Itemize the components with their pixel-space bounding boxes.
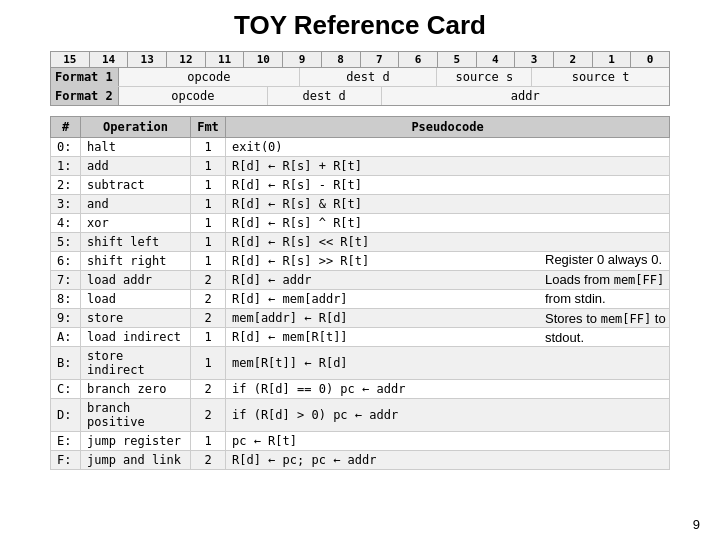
cell-format: 2	[191, 290, 226, 309]
cell-operation: shift left	[81, 233, 191, 252]
cell-operation: store	[81, 309, 191, 328]
format-1-dest: dest d	[300, 68, 438, 86]
cell-pseudocode: R[d] ← R[s] - R[t]	[226, 176, 670, 195]
cell-hash: 6:	[51, 252, 81, 271]
bit-label-0: 0	[631, 52, 669, 67]
bit-label-11: 11	[206, 52, 245, 67]
side-note-mem2: mem[FF]	[601, 312, 652, 326]
side-note-mem1: mem[FF]	[614, 273, 665, 287]
bit-label-13: 13	[128, 52, 167, 67]
cell-format: 1	[191, 176, 226, 195]
format-1-opcode: opcode	[119, 68, 300, 86]
table-header-row: # Operation Fmt Pseudocode	[51, 117, 670, 138]
cell-hash: B:	[51, 347, 81, 380]
cell-format: 2	[191, 399, 226, 432]
col-header-operation: Operation	[81, 117, 191, 138]
side-note-line1: Register 0 always 0.	[545, 252, 662, 267]
cell-pseudocode: mem[R[t]] ← R[d]	[226, 347, 670, 380]
cell-pseudocode: R[d] ← R[s] << R[t]	[226, 233, 670, 252]
format-1-row: Format 1 opcode dest d source s source t	[51, 68, 669, 87]
cell-pseudocode: R[d] ← R[s] + R[t]	[226, 157, 670, 176]
table-row: 2:subtract1R[d] ← R[s] - R[t]	[51, 176, 670, 195]
side-note-line4: Stores to	[545, 311, 597, 326]
format-section: 1514131211109876543210 Format 1 opcode d…	[50, 51, 670, 106]
cell-hash: 4:	[51, 214, 81, 233]
cell-operation: load	[81, 290, 191, 309]
bit-label-1: 1	[593, 52, 632, 67]
cell-format: 1	[191, 157, 226, 176]
table-row: C:branch zero2if (R[d] == 0) pc ← addr	[51, 380, 670, 399]
format-1-sources: source s	[437, 68, 532, 86]
format-1-fields: opcode dest d source s source t	[119, 68, 669, 86]
table-row: E:jump register1pc ← R[t]	[51, 432, 670, 451]
side-note: Register 0 always 0. Loads from mem[FF] …	[545, 250, 700, 348]
cell-pseudocode: if (R[d] == 0) pc ← addr	[226, 380, 670, 399]
cell-operation: subtract	[81, 176, 191, 195]
table-row: 0:halt1exit(0)	[51, 138, 670, 157]
cell-operation: jump register	[81, 432, 191, 451]
bit-label-3: 3	[515, 52, 554, 67]
cell-format: 1	[191, 432, 226, 451]
cell-format: 2	[191, 271, 226, 290]
cell-operation: load indirect	[81, 328, 191, 347]
cell-pseudocode: pc ← R[t]	[226, 432, 670, 451]
cell-operation: load addr	[81, 271, 191, 290]
table-row: 3:and1R[d] ← R[s] & R[t]	[51, 195, 670, 214]
cell-operation: branch positive	[81, 399, 191, 432]
format-rows: Format 1 opcode dest d source s source t…	[50, 68, 670, 106]
format-2-addr: addr	[382, 87, 669, 105]
cell-operation: jump and link	[81, 451, 191, 470]
cell-format: 1	[191, 252, 226, 271]
bit-label-row: 1514131211109876543210	[50, 51, 670, 68]
table-row: 5:shift left1R[d] ← R[s] << R[t]	[51, 233, 670, 252]
cell-format: 2	[191, 309, 226, 328]
format-1-sourcet: source t	[532, 68, 669, 86]
cell-pseudocode: if (R[d] > 0) pc ← addr	[226, 399, 670, 432]
format-2-fields: opcode dest d addr	[119, 87, 669, 105]
bit-label-15: 15	[51, 52, 90, 67]
bit-label-2: 2	[554, 52, 593, 67]
bit-label-5: 5	[438, 52, 477, 67]
cell-pseudocode: R[d] ← R[s] ^ R[t]	[226, 214, 670, 233]
cell-hash: A:	[51, 328, 81, 347]
cell-format: 1	[191, 195, 226, 214]
cell-hash: E:	[51, 432, 81, 451]
format-2-opcode: opcode	[119, 87, 268, 105]
cell-hash: 0:	[51, 138, 81, 157]
table-row: 4:xor1R[d] ← R[s] ^ R[t]	[51, 214, 670, 233]
bit-label-8: 8	[322, 52, 361, 67]
bit-label-6: 6	[399, 52, 438, 67]
cell-hash: F:	[51, 451, 81, 470]
bit-label-4: 4	[477, 52, 516, 67]
col-header-hash: #	[51, 117, 81, 138]
col-header-fmt: Fmt	[191, 117, 226, 138]
side-note-line3: from stdin.	[545, 291, 606, 306]
table-row: B:store indirect1mem[R[t]] ← R[d]	[51, 347, 670, 380]
cell-hash: 8:	[51, 290, 81, 309]
bit-label-9: 9	[283, 52, 322, 67]
table-row: D:branch positive2if (R[d] > 0) pc ← add…	[51, 399, 670, 432]
cell-format: 1	[191, 347, 226, 380]
format-2-row: Format 2 opcode dest d addr	[51, 87, 669, 105]
cell-format: 1	[191, 214, 226, 233]
cell-format: 2	[191, 451, 226, 470]
table-row: 1:add1R[d] ← R[s] + R[t]	[51, 157, 670, 176]
cell-hash: 5:	[51, 233, 81, 252]
cell-hash: 9:	[51, 309, 81, 328]
side-note-line2: Loads from	[545, 272, 610, 287]
bit-label-12: 12	[167, 52, 206, 67]
page-title: TOY Reference Card	[20, 10, 700, 41]
format-1-label: Format 1	[51, 68, 119, 86]
cell-hash: 2:	[51, 176, 81, 195]
cell-format: 2	[191, 380, 226, 399]
cell-hash: D:	[51, 399, 81, 432]
cell-operation: branch zero	[81, 380, 191, 399]
bit-label-10: 10	[244, 52, 283, 67]
cell-hash: 3:	[51, 195, 81, 214]
cell-pseudocode: R[d] ← R[s] & R[t]	[226, 195, 670, 214]
cell-hash: C:	[51, 380, 81, 399]
cell-operation: store indirect	[81, 347, 191, 380]
cell-operation: shift right	[81, 252, 191, 271]
cell-hash: 1:	[51, 157, 81, 176]
format-2-label: Format 2	[51, 87, 119, 105]
